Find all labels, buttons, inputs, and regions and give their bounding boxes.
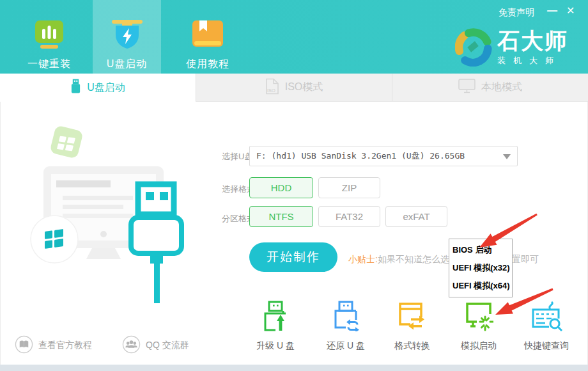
action-restore-usb[interactable]: 还原 U 盘 — [315, 301, 376, 352]
start-make-button[interactable]: 开始制作 — [249, 242, 337, 272]
partition-option-exfat[interactable]: exFAT — [385, 206, 447, 227]
book-circle-icon — [15, 335, 33, 356]
link-label: 查看官方教程 — [38, 340, 92, 351]
nav-item-tutorial[interactable]: 使用教程 — [174, 0, 242, 74]
usb-stick-icon — [70, 79, 81, 97]
disclaimer-link[interactable]: 免责声明 — [499, 7, 534, 19]
window-bottom-strip — [0, 365, 588, 371]
popup-item-bios[interactable]: BIOS 启动 — [453, 244, 512, 256]
action-simulate-boot[interactable]: 模拟启动 — [448, 301, 509, 352]
usb-drive-dropdown[interactable]: F: (hd1) USB SanDisk 3.2Gen1 (U盘) 26.65G… — [249, 146, 518, 166]
tab-usb-boot[interactable]: U盘启动 — [0, 74, 196, 102]
keyboard-search-icon — [530, 322, 562, 333]
monitor-small-icon — [458, 79, 476, 96]
app-logo: 石大师 装机大师 — [455, 28, 568, 69]
action-label: 格式转换 — [382, 340, 443, 352]
minimize-button[interactable]: — — [547, 5, 557, 17]
action-hotkey-query[interactable]: 快捷键查询 — [516, 301, 577, 352]
link-label: QQ 交流群 — [146, 340, 189, 351]
people-circle-icon — [122, 335, 141, 356]
brand-subtitle: 装机大师 — [497, 55, 568, 67]
tab-iso-mode[interactable]: ISO ISO模式 — [196, 74, 392, 102]
action-label: 还原 U 盘 — [315, 340, 376, 352]
qq-group-link[interactable]: QQ 交流群 — [122, 335, 189, 356]
tab-local-mode[interactable]: 本地模式 — [392, 74, 588, 102]
format-option-zip[interactable]: ZIP — [318, 177, 380, 198]
tab-label: ISO模式 — [285, 81, 323, 94]
action-label: 升级 U 盘 — [245, 340, 306, 352]
mode-tabs: U盘启动 ISO ISO模式 本地模式 — [0, 74, 588, 102]
book-icon — [190, 20, 225, 52]
chevron-down-icon — [503, 154, 511, 159]
iso-badge-text: ISO — [267, 88, 275, 93]
partition-option-fat32[interactable]: FAT32 — [318, 206, 380, 227]
format-option-hdd[interactable]: HDD — [249, 177, 313, 198]
nav-item-usb-boot[interactable]: U盘启动 — [93, 0, 161, 74]
popup-item-uefi-x64[interactable]: UEFI 模拟(x64) — [453, 280, 512, 292]
nav-item-one-click-reinstall[interactable]: 一键重装 — [17, 0, 81, 74]
action-label: 快捷键查询 — [516, 340, 577, 352]
action-format-convert[interactable]: 格式转换 — [382, 301, 443, 352]
format-convert-icon — [397, 322, 428, 333]
restore-usb-icon — [332, 322, 360, 333]
official-tutorial-link[interactable]: 查看官方教程 — [15, 335, 92, 356]
partition-option-ntfs[interactable]: NTFS — [249, 206, 313, 227]
nav-label: 使用教程 — [186, 58, 229, 71]
chart-icon — [34, 20, 65, 52]
logo-swirl-icon — [455, 28, 492, 69]
popup-item-uefi-x32[interactable]: UEFI 模拟(x32) — [453, 262, 512, 274]
action-label: 模拟启动 — [448, 340, 509, 352]
simulate-boot-icon — [464, 322, 493, 333]
nav-label: U盘启动 — [107, 58, 148, 71]
boot-mode-popup: BIOS 启动 UEFI 模拟(x32) UEFI 模拟(x64) — [449, 239, 513, 297]
header-bar: 一键重装 U盘启动 使用教程 免责声明 — ✕ — [0, 0, 588, 74]
shield-icon — [109, 20, 145, 52]
close-button[interactable]: ✕ — [566, 5, 575, 17]
nav-label: 一键重装 — [27, 58, 71, 71]
tab-label: 本地模式 — [481, 81, 522, 94]
tip-label: 小贴士: — [348, 254, 378, 264]
action-upgrade-usb[interactable]: 升级 U 盘 — [245, 301, 306, 352]
upgrade-usb-icon — [261, 322, 290, 333]
brand-name: 石大师 — [497, 28, 568, 54]
usb-drive-value: F: (hd1) USB SanDisk 3.2Gen1 (U盘) 26.65G… — [256, 146, 465, 166]
iso-file-icon: ISO — [265, 78, 279, 97]
tab-label: U盘启动 — [87, 81, 125, 95]
